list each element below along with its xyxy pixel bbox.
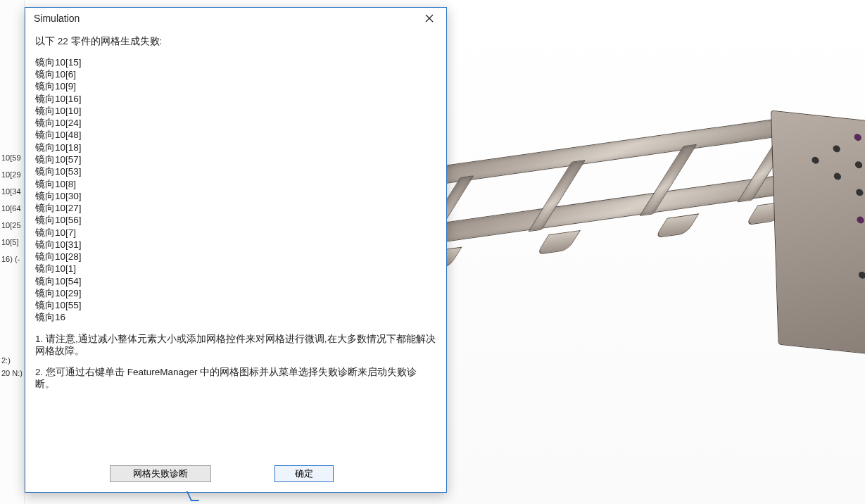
dialog-note-1: 1. 请注意,通过减小整体元素大小或添加网格控件来对网格进行微调,在大多数情况下… xyxy=(35,334,436,358)
close-button[interactable] xyxy=(417,10,442,27)
tree-row: 10[59 xyxy=(0,153,25,162)
ok-button[interactable]: 确定 xyxy=(274,465,334,482)
failed-part: 镜向10[8] xyxy=(35,178,436,190)
tree-row: 10[64 xyxy=(0,204,25,213)
failed-part: 镜向10[31] xyxy=(35,239,436,251)
tree-row: 2:) xyxy=(0,356,25,365)
failed-part: 镜向16 xyxy=(35,311,436,323)
dialog-notes: 1. 请注意,通过减小整体元素大小或添加网格控件来对网格进行微调,在大多数情况下… xyxy=(35,334,436,391)
tree-row: 20 N:) xyxy=(0,369,25,377)
failed-part: 镜向10[1] xyxy=(35,263,436,275)
failed-part: 镜向10[16] xyxy=(35,93,436,105)
failed-part: 镜向10[30] xyxy=(35,190,436,202)
model-bracket xyxy=(655,213,700,238)
mesh-failure-diagnose-button[interactable]: 网格失败诊断 xyxy=(110,465,211,482)
tree-row: 10[34 xyxy=(0,187,25,196)
failed-part: 镜向10[9] xyxy=(35,80,436,92)
simulation-mesh-fail-dialog: Simulation 以下 22 零件的网格生成失败: 镜向10[15] 镜向1… xyxy=(25,7,447,493)
failed-parts-list: 镜向10[15] 镜向10[6] 镜向10[9] 镜向10[16] 镜向10[1… xyxy=(35,56,436,324)
failed-part: 镜向10[15] xyxy=(35,56,436,68)
failed-part: 镜向10[55] xyxy=(35,299,436,311)
failed-part: 镜向10[27] xyxy=(35,202,436,214)
failed-part: 镜向10[57] xyxy=(35,153,436,165)
model-endplate xyxy=(771,111,865,355)
dialog-titlebar[interactable]: Simulation xyxy=(25,8,446,29)
close-icon xyxy=(425,13,434,24)
failed-part: 镜向10[6] xyxy=(35,68,436,80)
feature-tree-panel: 10[59 10[29 10[34 10[64 10[25 10[5] 16) … xyxy=(0,0,25,504)
failed-part: 镜向10[18] xyxy=(35,141,436,153)
model-bracket xyxy=(536,230,581,255)
failed-part: 镜向10[53] xyxy=(35,165,436,177)
failed-part: 镜向10[7] xyxy=(35,227,436,239)
failed-part: 镜向10[28] xyxy=(35,251,436,263)
dialog-note-2: 2. 您可通过右键单击 FeatureManager 中的网格图标并从菜单选择失… xyxy=(35,367,436,391)
dialog-title: Simulation xyxy=(34,13,80,24)
tree-row: 16) (- xyxy=(0,255,25,263)
tree-row: 10[5] xyxy=(0,238,25,246)
failed-part: 镜向10[24] xyxy=(35,117,436,129)
dialog-heading: 以下 22 零件的网格生成失败: xyxy=(35,36,436,48)
tree-row: 10[29 xyxy=(0,170,25,179)
dialog-body: 以下 22 零件的网格生成失败: 镜向10[15] 镜向10[6] 镜向10[9… xyxy=(25,29,446,455)
dialog-button-row: 网格失败诊断 确定 xyxy=(25,455,446,492)
failed-part: 镜向10[48] xyxy=(35,129,436,141)
failed-part: 镜向10[10] xyxy=(35,105,436,117)
failed-part: 镜向10[29] xyxy=(35,287,436,299)
failed-part: 镜向10[54] xyxy=(35,275,436,287)
failed-part: 镜向10[56] xyxy=(35,214,436,226)
tree-row: 10[25 xyxy=(0,221,25,229)
